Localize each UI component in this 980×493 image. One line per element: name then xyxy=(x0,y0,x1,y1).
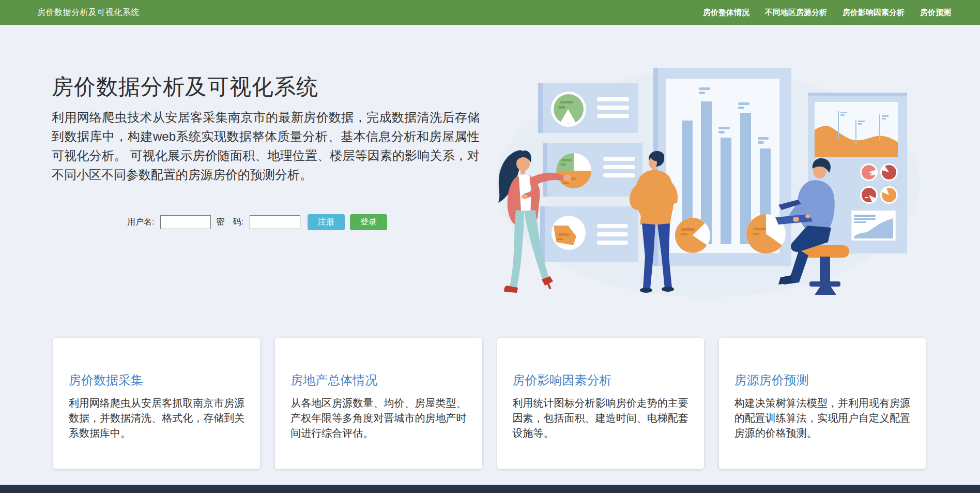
username-label: 用户名: xyxy=(127,217,154,228)
feature-card-title: 房源房价预测 xyxy=(734,372,910,389)
login-form: 用户名: 密 码: 注册 登录 xyxy=(127,213,387,231)
feature-card-description: 利用网络爬虫从安居客抓取南京市房源数据，并数据清洗、格式化，存储到关系数据库中。 xyxy=(69,396,244,441)
analytics-illustration xyxy=(491,52,925,303)
pie-card-mixed xyxy=(543,143,642,197)
hero-description: 利用网络爬虫技术从安居客采集南京市的最新房价数据，完成数据清洗后存储到数据库中，… xyxy=(52,108,480,184)
feature-cards: 房价数据采集 利用网络爬虫从安居客抓取南京市房源数据，并数据清洗、格式化，存储到… xyxy=(53,338,926,469)
feature-card-title: 房价数据采集 xyxy=(69,372,244,389)
navbar: 房价数据分析及可视化系统 房价整体情况 不同地区房源分析 房价影响因素分析 房价… xyxy=(0,0,980,25)
feature-card-title: 房价影响因素分析 xyxy=(513,372,688,389)
nav-link-overall[interactable]: 房价整体情况 xyxy=(703,8,749,18)
register-button[interactable]: 注册 xyxy=(308,214,345,230)
mini-line-chart-card xyxy=(851,211,896,241)
feature-card-collection[interactable]: 房价数据采集 利用网络爬虫从安居客抓取南京市房源数据，并数据清洗、格式化，存储到… xyxy=(53,338,260,469)
nav-link-regions[interactable]: 不同地区房源分析 xyxy=(765,8,827,18)
feature-card-prediction[interactable]: 房源房价预测 构建决策树算法模型，并利用现有房源的配置训练算法，实现用户自定义配… xyxy=(719,338,926,469)
feature-card-description: 构建决策树算法模型，并利用现有房源的配置训练算法，实现用户自定义配置房源的价格预… xyxy=(734,396,910,441)
nav-links: 房价整体情况 不同地区房源分析 房价影响因素分析 房价预测 xyxy=(687,8,951,18)
username-input[interactable] xyxy=(160,215,211,229)
footer-bar xyxy=(0,485,980,493)
feature-card-description: 从各地区房源数量、均价、房屋类型、产权年限等多角度对晋城市的房地产时间进行综合评… xyxy=(290,396,466,441)
nav-link-predict[interactable]: 房价预测 xyxy=(920,8,951,18)
password-input[interactable] xyxy=(250,215,300,229)
feature-card-overview[interactable]: 房地产总体情况 从各地区房源数量、均价、房屋类型、产权年限等多角度对晋城市的房地… xyxy=(275,338,482,469)
pie-card-green xyxy=(538,83,638,133)
floor-pie-left xyxy=(675,218,710,253)
feature-card-title: 房地产总体情况 xyxy=(290,372,466,389)
password-label: 密 码: xyxy=(216,217,243,228)
feature-card-description: 利用统计图标分析影响房价走势的主要因素，包括面积、建造时间、电梯配套设施等。 xyxy=(513,396,688,441)
feature-card-factors[interactable]: 房价影响因素分析 利用统计图标分析影响房价走势的主要因素，包括面积、建造时间、电… xyxy=(497,338,704,469)
page-title: 房价数据分析及可视化系统 xyxy=(52,72,318,101)
login-button[interactable]: 登录 xyxy=(350,214,387,230)
nav-link-factors[interactable]: 房价影响因素分析 xyxy=(843,8,905,18)
pie-card-orange xyxy=(540,206,638,262)
page: 房价数据分析及可视化系统 房价整体情况 不同地区房源分析 房价影响因素分析 房价… xyxy=(0,0,980,493)
brand-title: 房价数据分析及可视化系统 xyxy=(37,7,140,18)
